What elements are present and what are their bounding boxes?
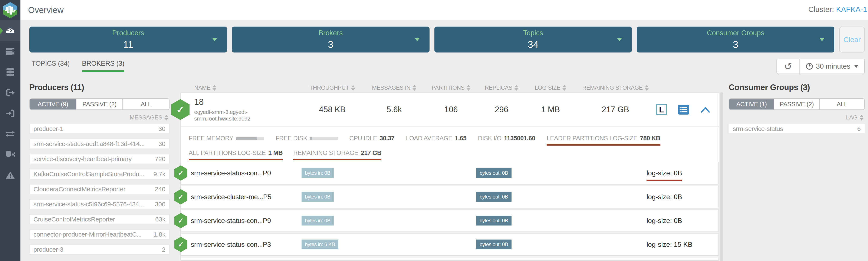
replication-arrows-icon — [5, 129, 15, 139]
sidebar-item-data-explorer[interactable] — [0, 144, 21, 165]
partitions-list: ✓ srm-service-status-con...P0 bytes in: … — [181, 162, 719, 260]
producer-name: srm-service-status-c5f96c69-5576-434... — [33, 201, 144, 208]
producer-row[interactable]: ClouderaConnectMetricsReporter240 — [29, 184, 169, 194]
partition-healthy-check-icon: ✓ — [174, 165, 187, 181]
partition-row[interactable]: ✓ srm-service-status-con...P0 bytes in: … — [181, 162, 718, 184]
partition-healthy-check-icon: ✓ — [174, 189, 187, 204]
sort-icon — [515, 85, 518, 91]
col-throughput[interactable]: THROUGHPUT — [301, 85, 363, 91]
producers-filter-card[interactable]: Producers 11 — [29, 27, 227, 52]
partition-row[interactable]: ✓ srm-service-cluster-me...P5 bytes in: … — [181, 186, 718, 208]
load-average-metric: LOAD AVERAGE1.65 — [406, 135, 466, 142]
sort-header-label: MESSAGES — [130, 114, 162, 121]
sidebar-item-replication[interactable] — [0, 123, 21, 144]
producer-row[interactable]: service-discovery-heartbeat-primary720 — [29, 154, 169, 164]
segment-active[interactable]: ACTIVE (1) — [729, 99, 774, 109]
card-label: Producers — [112, 29, 144, 37]
collapse-chevron-up-icon[interactable] — [700, 107, 710, 113]
partition-log-size: log-size: 0B — [647, 217, 682, 224]
consumer-groups-filter-card[interactable]: Consumer Groups 3 — [637, 27, 834, 52]
free-disk-metric: FREE DISK — [276, 135, 338, 142]
remaining-storage-metric: REMAINING STORAGE217 GB — [293, 149, 381, 160]
producer-name: connector-producer-MirrorHeartbeatC... — [33, 231, 142, 238]
partition-log-size: log-size: 15 KB — [647, 240, 692, 248]
consumer-group-row[interactable]: srm-service-status 6 — [729, 124, 865, 134]
sidebar-item-overview[interactable] — [0, 21, 21, 41]
lag-sort-header[interactable]: LAG — [729, 114, 864, 121]
broker-throughput: 458 KB — [301, 105, 363, 114]
col-log-size[interactable]: LOG SIZE — [526, 85, 575, 91]
producer-name: producer-1 — [33, 125, 63, 133]
app-logo[interactable] — [0, 0, 21, 21]
producer-row[interactable]: CruiseControlMetricsReporter63k — [29, 215, 169, 224]
col-partitions[interactable]: PARTITIONS — [425, 85, 477, 91]
chevron-down-icon[interactable] — [819, 38, 825, 41]
col-remaining-storage[interactable]: REMAINING STORAGE — [575, 85, 656, 91]
producer-row[interactable]: KafkaCruiseControlSampleStoreProdu...9.7… — [29, 169, 169, 179]
segment-all[interactable]: ALL — [820, 99, 864, 109]
segment-passive[interactable]: PASSIVE (2) — [76, 99, 123, 109]
producers-arrow-out-icon — [5, 88, 15, 98]
col-replicas[interactable]: REPLICAS — [477, 85, 526, 91]
brokers-filter-card[interactable]: Brokers 3 — [232, 27, 430, 52]
producer-messages: 240 — [155, 186, 165, 193]
bytes-in-badge: bytes in: 0B — [302, 216, 334, 225]
sidebar-item-brokers[interactable] — [0, 41, 21, 62]
producer-row[interactable]: producer-130 — [29, 124, 169, 134]
segment-all[interactable]: ALL — [123, 99, 169, 109]
producer-row[interactable]: connector-producer-MirrorHeartbeatC...1.… — [29, 229, 169, 239]
broker-expanded-card: ✓ 18 egyedt-smm-3.egyedt-smm.root.hwx.si… — [181, 93, 719, 260]
consumer-groups-list: srm-service-status 6 — [729, 124, 865, 134]
producer-messages: 63k — [155, 216, 165, 223]
sidebar-item-producers[interactable] — [0, 82, 21, 103]
bytes-in-badge: bytes in: 0B — [302, 168, 334, 178]
producer-row[interactable]: producer-32 — [29, 245, 169, 254]
logs-profile-icon[interactable]: L — [656, 104, 667, 115]
topics-filter-card[interactable]: Topics 34 — [434, 27, 632, 52]
partition-row[interactable]: ✓ srm-service-status-con...P3 bytes in: … — [181, 233, 718, 256]
smm-hexagon-logo-icon — [3, 2, 17, 18]
messages-sort-header[interactable]: MESSAGES — [29, 114, 168, 121]
sidebar-item-alerts[interactable] — [0, 165, 21, 185]
producer-row[interactable]: srm-service-status-c5f96c69-5576-434...3… — [29, 199, 169, 209]
table-scrollbar[interactable] — [720, 92, 723, 261]
metrics-details-icon[interactable] — [678, 105, 689, 115]
partition-name: ✓ srm-service-status-con...P0 — [191, 169, 302, 177]
brokers-servers-icon — [5, 46, 15, 56]
producer-messages: 2 — [162, 246, 165, 253]
broker-id[interactable]: 18 — [194, 97, 301, 107]
producer-row[interactable]: srm-service-status-aed1a848-f13d-414...3… — [29, 139, 169, 149]
sort-icon — [164, 115, 168, 120]
sort-icon — [351, 85, 355, 91]
sort-icon — [412, 85, 416, 91]
tab-topics[interactable]: TOPICS (34) — [32, 60, 70, 72]
producer-messages: 300 — [155, 201, 165, 208]
clear-filters-button[interactable]: Clear — [839, 27, 865, 52]
disk-io-metric: DISK I/O1135001.60 — [478, 135, 535, 142]
bytes-in-badge: bytes in: 0B — [302, 192, 334, 202]
sidebar-item-topics[interactable] — [0, 62, 21, 82]
partition-row-partial[interactable] — [181, 257, 718, 260]
broker-partitions: 106 — [425, 105, 477, 114]
sort-icon — [562, 85, 566, 91]
col-name[interactable]: NAME — [181, 85, 301, 91]
time-range-dropdown[interactable]: 30 minutes — [800, 59, 864, 74]
chevron-down-icon[interactable] — [617, 38, 622, 41]
clock-icon — [806, 63, 813, 70]
broker-row[interactable]: ✓ 18 egyedt-smm-3.egyedt-smm.root.hwx.si… — [181, 93, 719, 127]
alerts-warning-icon — [5, 170, 15, 180]
refresh-button[interactable]: ↺ — [777, 59, 800, 74]
sidebar-item-consumers[interactable] — [0, 103, 21, 123]
chevron-down-icon[interactable] — [212, 38, 217, 41]
partition-log-size: log-size: 0B — [647, 193, 682, 201]
broker-messages-in: 5.6k — [363, 105, 425, 114]
partition-name: ✓ srm-service-status-con...P3 — [191, 240, 302, 249]
active-indicator-arrow — [0, 28, 3, 34]
cluster-name-link[interactable]: KAFKA-1 — [836, 5, 867, 13]
segment-active[interactable]: ACTIVE (9) — [30, 99, 76, 109]
tab-brokers[interactable]: BROKERS (3) — [82, 60, 124, 72]
segment-passive[interactable]: PASSIVE (2) — [774, 99, 819, 109]
col-messages-in[interactable]: MESSAGES IN — [363, 85, 425, 91]
partition-row[interactable]: ✓ srm-service-status-con...P9 bytes in: … — [181, 210, 718, 232]
chevron-down-icon[interactable] — [414, 38, 420, 41]
